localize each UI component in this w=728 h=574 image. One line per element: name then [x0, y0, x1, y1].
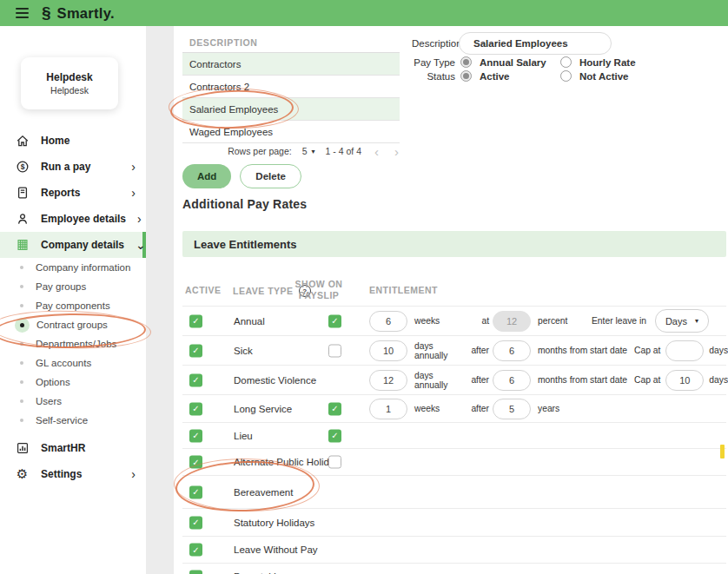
sidebar-item-smarthr[interactable]: SmartHR — [0, 435, 146, 461]
sidebar-subitem-label: Company information — [36, 262, 130, 273]
sidebar-item-company-information[interactable]: Company information — [0, 258, 146, 277]
leave-row-domestic-violence: ✓ Domestic Violence ✓ days annually afte… — [182, 366, 726, 395]
contract-group-row[interactable]: Contractors 2 — [182, 76, 400, 98]
sidebar-item-run-a-pay[interactable]: $ Run a pay › — [0, 154, 146, 180]
leave-type-label: Lieu — [234, 431, 253, 441]
bullet-icon — [20, 380, 23, 384]
mid-unit: months from start date — [538, 346, 627, 355]
active-checkbox[interactable]: ✓ — [189, 456, 202, 469]
leave-unit-dropdown[interactable]: Days ▾ — [655, 309, 709, 333]
dollar-icon: $ — [15, 160, 30, 175]
sidebar-item-pay-groups[interactable]: Pay groups — [0, 277, 146, 296]
leave-type-label: Alternate Public Holiday — [234, 457, 340, 467]
radio-not-active[interactable] — [560, 70, 572, 82]
active-checkbox[interactable]: ✓ — [189, 544, 202, 557]
contract-group-label: Waged Employees — [189, 127, 273, 137]
leave-row-annual: ✓ Annual ✓ weeks at percent Enter leave … — [182, 307, 726, 336]
entitlement-value-input[interactable] — [369, 340, 407, 361]
contract-group-row-salaried-employees[interactable]: Salaried Employees — [182, 98, 400, 121]
active-checkbox[interactable]: ✓ — [189, 314, 202, 327]
building-grid-icon — [15, 238, 30, 253]
chevron-down-icon: ⌄ — [136, 239, 146, 251]
enter-leave-in-group: Enter leave in Days ▾ — [592, 309, 709, 333]
rows-per-page-value: 5 — [302, 146, 308, 156]
active-checkbox[interactable]: ✓ — [189, 485, 202, 498]
radio-active[interactable] — [460, 70, 472, 82]
sidebar-item-self-service[interactable]: Self-service — [0, 411, 146, 430]
mid-unit: months from start date — [538, 375, 627, 385]
payslip-checkbox[interactable]: ✓ — [328, 314, 341, 327]
sidebar-subitem-label: Pay groups — [36, 281, 86, 292]
mid-label: after — [463, 404, 489, 413]
entitlement-value-input[interactable] — [369, 311, 407, 332]
leave-type-label: Leave Without Pay — [234, 544, 318, 555]
sidebar-item-reports[interactable]: Reports › — [0, 180, 146, 206]
hamburger-menu-icon[interactable] — [16, 8, 29, 18]
leave-entitlements-banner: Leave Entitlements — [182, 231, 726, 257]
contract-group-detail-form: Description Pay Type Annual Salary Hourl… — [408, 31, 728, 92]
mid-unit: percent — [538, 316, 567, 326]
entitlement-column-header: ENTITLEMENT — [369, 285, 438, 295]
active-checkbox[interactable]: ✓ — [189, 571, 202, 574]
sidebar-item-label: Reports — [41, 187, 80, 199]
bullet-icon — [20, 323, 24, 327]
table-actions: Add Delete — [182, 164, 301, 188]
contract-group-label: Contractors 2 — [189, 82, 249, 92]
active-checkbox[interactable]: ✓ — [189, 429, 202, 442]
sidebar-item-departments-jobs[interactable]: Departments/Jobs — [0, 334, 146, 353]
rows-per-page-label: Rows per page: — [228, 146, 292, 156]
active-checkbox[interactable]: ✓ — [189, 344, 202, 357]
sidebar-item-employee-details[interactable]: Employee details › — [0, 206, 146, 232]
leave-row-lieu: ✓ Lieu ✓ — [182, 423, 726, 449]
profile-card[interactable]: Helpdesk Helpdesk — [21, 57, 118, 109]
sidebar-item-label: Run a pay — [41, 161, 90, 173]
previous-page-button[interactable]: ‹ — [372, 145, 381, 158]
app-logo[interactable]: § Smartly. — [42, 3, 115, 23]
sidebar-item-settings[interactable]: ⚙ Settings › — [0, 461, 146, 487]
active-checkbox[interactable]: ✓ — [189, 516, 202, 529]
payslip-checkbox[interactable]: ✓ — [328, 402, 341, 415]
active-checkbox[interactable]: ✓ — [189, 402, 202, 415]
entitlement-fields: days annually after months from start da… — [369, 366, 723, 394]
sidebar-item-home[interactable]: Home — [0, 128, 146, 154]
contract-group-row[interactable]: Contractors — [182, 53, 400, 76]
add-button[interactable]: Add — [182, 164, 231, 188]
after-value-input[interactable] — [493, 399, 531, 419]
pay-type-label: Pay Type — [408, 57, 455, 68]
radio-hourly-rate[interactable] — [560, 56, 572, 68]
entitlement-value-input[interactable] — [369, 399, 407, 419]
radio-annual-salary[interactable] — [460, 56, 472, 68]
entitlement-unit: days annually — [414, 341, 463, 360]
contract-group-label: Salaried Employees — [189, 104, 278, 115]
payslip-checkbox[interactable]: ✓ — [328, 344, 341, 357]
leave-row-statutory-holidays: ✓ Statutory Holidays ✓ — [182, 509, 726, 537]
sidebar-item-gl-accounts[interactable]: GL accounts — [0, 353, 146, 373]
yellow-marker — [720, 445, 725, 459]
cap-value-input[interactable] — [665, 340, 704, 361]
sidebar-item-company-details[interactable]: Company details ⌄ — [0, 232, 146, 258]
chevron-right-icon: › — [137, 213, 142, 225]
bullet-icon — [20, 304, 23, 307]
sidebar-item-label: Settings — [41, 468, 82, 480]
entitlement-value-input[interactable] — [369, 370, 407, 391]
mid-unit: years — [538, 404, 559, 413]
cap-label: Cap at — [634, 375, 660, 385]
description-field-label: Description — [412, 38, 455, 49]
active-checkbox[interactable]: ✓ — [189, 373, 202, 386]
sidebar-item-contract-groups[interactable]: Contract groups — [0, 315, 146, 334]
sidebar-item-pay-components[interactable]: Pay components — [0, 296, 146, 315]
payslip-checkbox[interactable]: ✓ — [328, 429, 341, 442]
sidebar-item-options[interactable]: Options — [0, 373, 146, 392]
payslip-checkbox[interactable]: ✓ — [328, 456, 341, 469]
after-value-input[interactable] — [493, 340, 531, 361]
next-page-button[interactable]: › — [392, 145, 401, 158]
delete-button[interactable]: Delete — [240, 164, 301, 188]
sidebar-item-users[interactable]: Users — [0, 392, 146, 411]
bar-chart-icon — [15, 441, 30, 456]
after-value-input[interactable] — [493, 370, 531, 391]
rows-per-page-select[interactable]: 5 ▾ — [302, 146, 315, 156]
cap-value-input[interactable] — [665, 370, 704, 391]
sidebar-subitem-label: Users — [36, 396, 62, 406]
leave-type-label: Domestic Violence — [234, 375, 316, 386]
description-input[interactable] — [459, 32, 612, 55]
